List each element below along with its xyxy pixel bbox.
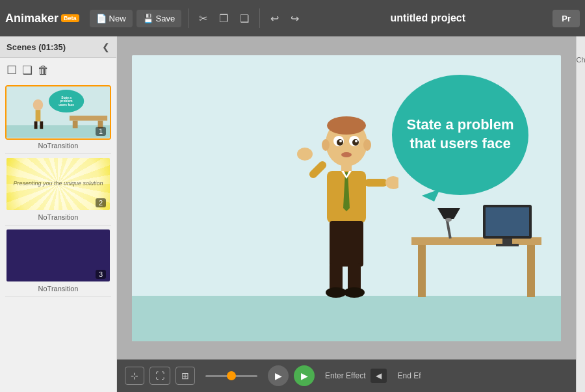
copy-button[interactable]: ❐ [215, 10, 232, 27]
scene-1-svg: State a problem users face [6, 86, 110, 138]
zoom-slider[interactable] [205, 375, 257, 377]
play-icon: ▶ [275, 371, 282, 381]
play-green-button[interactable]: ▶ [294, 365, 315, 386]
svg-rect-1 [6, 125, 110, 137]
svg-rect-7 [34, 122, 38, 129]
project-title: untitled project [307, 12, 549, 24]
paste-button[interactable]: ❑ [236, 10, 253, 27]
svg-rect-39 [527, 245, 535, 297]
end-effect-label: End Ef [397, 371, 421, 380]
bottom-toolbar: ⊹ ⛶ ⊞ ▶ ▶ Enter Effect ◀ End [117, 359, 576, 392]
logo-beta: Beta [61, 14, 79, 22]
scenes-panel: Scenes (01:35) ❮ ☐ ❏ 🗑 [0, 36, 117, 392]
enter-effect-label: Enter Effect [325, 371, 365, 380]
svg-rect-24 [341, 163, 352, 172]
svg-point-21 [341, 152, 352, 157]
svg-rect-42 [502, 239, 512, 244]
copy-icon: ❐ [219, 13, 228, 24]
cut-icon: ✂ [199, 13, 207, 24]
main-area: Scenes (01:35) ❮ ☐ ❏ 🗑 [0, 36, 585, 392]
speech-bubble[interactable]: State a problem that users face [392, 75, 528, 195]
svg-rect-8 [40, 122, 43, 129]
svg-point-23 [363, 139, 371, 151]
scene-item-3: 3 NoTransition [5, 228, 111, 297]
separator [188, 8, 188, 28]
scene-2-preview: Presenting you the unique solution 2 [6, 158, 110, 210]
fit-view-button[interactable]: ⊹ [125, 367, 144, 385]
scenes-title: Scenes (01:35) [6, 42, 66, 52]
svg-point-34 [326, 287, 346, 298]
scene-thumbnail-1[interactable]: State a problem users face 1 [5, 85, 111, 140]
svg-point-30 [385, 176, 398, 189]
svg-text:users face: users face [58, 103, 74, 107]
cut-button[interactable]: ✂ [195, 10, 211, 27]
scene-1-transition: NoTransition [5, 140, 111, 154]
scene-3-number: 3 [96, 270, 106, 279]
canvas-floor [132, 296, 561, 341]
play-green-icon: ▶ [301, 371, 308, 381]
play-button[interactable]: ▶ [268, 365, 289, 386]
svg-text:problem: problem [60, 99, 73, 103]
svg-rect-2 [70, 116, 107, 121]
enter-effect-arrow-button[interactable]: ◀ [370, 369, 387, 383]
main-canvas[interactable]: State a problem that users face [132, 55, 561, 341]
svg-marker-45 [437, 208, 460, 219]
svg-rect-43 [496, 244, 519, 246]
scenes-header: Scenes (01:35) ❮ [0, 36, 116, 58]
add-scene-button[interactable]: ☐ [6, 63, 17, 77]
scene-item-1: State a problem users face 1 NoTransitio… [5, 85, 111, 154]
svg-text:State a: State a [61, 96, 72, 99]
scene-thumbnail-2[interactable]: Presenting you the unique solution 2 [5, 157, 111, 211]
svg-rect-27 [307, 159, 328, 179]
save-icon: 💾 [143, 14, 153, 23]
canvas-wrapper: State a problem that users face [117, 36, 576, 359]
svg-point-5 [33, 99, 44, 111]
undo-button[interactable]: ↩ [266, 10, 283, 27]
scene-2-transition: NoTransition [5, 211, 111, 226]
svg-point-14 [327, 116, 366, 135]
chevron-left-icon: ❮ [102, 42, 110, 52]
scene-1-number: 1 [96, 127, 106, 136]
svg-rect-31 [330, 221, 363, 267]
trash-icon: 🗑 [38, 64, 49, 77]
preview-button[interactable]: Pr [552, 10, 580, 27]
svg-point-22 [322, 139, 330, 151]
speech-bubble-text: State a problem that users face [392, 109, 528, 159]
svg-point-28 [297, 148, 313, 161]
svg-point-46 [445, 218, 452, 222]
duplicate-scene-button[interactable]: ❏ [22, 63, 32, 77]
zoom-knob [227, 371, 236, 380]
new-doc-icon: 📄 [96, 14, 107, 23]
scene-1-preview: State a problem users face 1 [6, 86, 110, 138]
canvas-area: State a problem that users face [117, 36, 576, 392]
duplicate-scene-icon: ❏ [22, 64, 32, 77]
zoom-line [205, 375, 257, 377]
fit-icon: ⊹ [131, 371, 138, 381]
save-button[interactable]: 💾 Save [136, 10, 182, 27]
scenes-list: State a problem users face 1 NoTransitio… [0, 83, 116, 392]
delete-scene-button[interactable]: 🗑 [38, 63, 49, 77]
right-panel-title: Ch [576, 56, 585, 64]
scene-3-transition: NoTransition [5, 283, 111, 297]
redo-icon: ↪ [291, 13, 299, 24]
collapse-panel-button[interactable]: ❮ [102, 42, 110, 52]
grid-icon: ⊞ [181, 371, 189, 381]
add-scene-icon: ☐ [6, 64, 17, 77]
svg-point-19 [339, 140, 342, 142]
undo-icon: ↩ [270, 13, 279, 24]
character-svg [294, 107, 398, 302]
expand-icon: ⛶ [155, 371, 164, 381]
main-toolbar: Animaker Beta 📄 New 💾 Save ✂ ❐ ❑ ↩ ↪ unt… [0, 0, 585, 36]
svg-rect-6 [36, 110, 41, 121]
svg-rect-29 [365, 179, 387, 187]
scene-thumbnail-3[interactable]: 3 [5, 228, 111, 283]
svg-rect-41 [486, 207, 529, 236]
desk-svg [411, 198, 548, 302]
redo-button[interactable]: ↪ [287, 10, 303, 27]
expand-button[interactable]: ⛶ [150, 367, 170, 385]
new-button[interactable]: 📄 New [90, 10, 133, 27]
grid-button[interactable]: ⊞ [176, 367, 195, 385]
svg-rect-3 [73, 121, 78, 129]
svg-point-35 [344, 287, 365, 298]
right-panel: Ch [576, 36, 585, 392]
